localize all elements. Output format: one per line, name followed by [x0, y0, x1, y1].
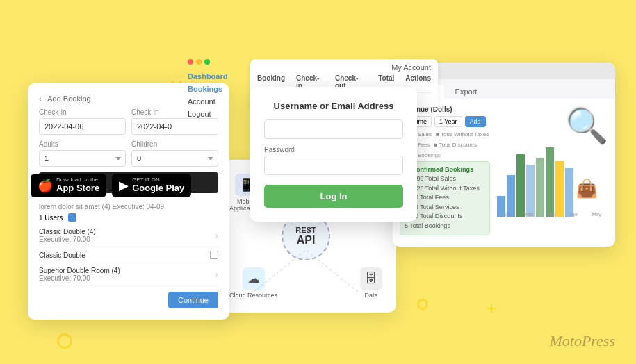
username-field	[264, 119, 403, 139]
cloud-label: Cloud Resources	[229, 292, 277, 299]
tab-export[interactable]: Export	[448, 85, 484, 99]
room-item: Superior Double Room (4) Executive: 70.0…	[39, 263, 218, 286]
motopress-logo: MotoPress	[549, 332, 615, 350]
data-label: Data	[364, 292, 377, 299]
appstore-badge[interactable]: 🍎 Download on the App Store	[31, 174, 106, 197]
deco-circle-2	[57, 333, 72, 349]
nav-menu: Dashboard Bookings Account Logout	[188, 59, 257, 120]
checkin-group: Check-in	[39, 108, 126, 135]
continue-button[interactable]: Continue	[168, 292, 218, 308]
reports-body: Revenue (Dolls) All Time 1 Year Add ■ To…	[393, 99, 615, 247]
adults-select[interactable]: 123	[39, 150, 126, 167]
room-item: Classic Double (4) Executive: 70.00 ›	[39, 224, 218, 247]
filter-year[interactable]: 1 Year	[434, 116, 462, 127]
nav-item-bookings[interactable]: Bookings	[188, 83, 257, 95]
password-label: Password	[264, 146, 403, 154]
stat-bookings: 5 Total Bookings	[405, 222, 485, 231]
svg-rect-10	[555, 161, 564, 217]
children-label: Children	[131, 140, 218, 148]
password-field: Password	[264, 146, 403, 175]
svg-rect-8	[536, 158, 544, 217]
cloud-icon: ☁	[243, 267, 265, 290]
checkout-input[interactable]	[131, 118, 218, 135]
appstore-main-label: App Store	[56, 183, 99, 194]
room-dots: ›	[215, 230, 218, 241]
username-input[interactable]	[264, 119, 403, 139]
deco-plus-2: +	[487, 299, 496, 318]
adults-label: Adults	[39, 140, 126, 148]
dot-yellow	[196, 59, 202, 65]
chart-x-labels: JanFebMarAprMay	[496, 212, 608, 217]
checkbox-item	[68, 213, 76, 222]
login-button[interactable]: Log In	[264, 185, 403, 208]
svg-rect-11	[565, 168, 573, 217]
my-account-label: My Account	[391, 63, 431, 72]
googleplay-badge[interactable]: ▶ GET IT ON Google Play	[112, 174, 191, 197]
password-input[interactable]	[264, 156, 403, 175]
login-widget: Username or Email Address Password Log I…	[250, 87, 417, 222]
login-title: Username or Email Address	[264, 101, 403, 111]
children-select[interactable]: 012	[131, 150, 218, 167]
checkbox-item-2	[210, 251, 218, 259]
reports-chart: 🔍 👜 JanFebMarAprMay	[496, 106, 608, 217]
adults-group: Adults 123	[39, 140, 126, 167]
room-item: Classic Double	[39, 247, 218, 263]
lorem-text: lorem dolor sit amet (4) Executive: 04-0…	[39, 203, 218, 210]
checkin-input[interactable]	[39, 118, 126, 135]
room-list: lorem dolor sit amet (4) Executive: 04-0…	[39, 203, 218, 286]
api-label: API	[297, 234, 316, 247]
dot-red	[188, 59, 193, 65]
app-badges: 🍎 Download on the App Store ▶ GET IT ON …	[31, 174, 191, 197]
magnifier-icon: 🔍	[565, 106, 608, 146]
room-dots-2: ›	[215, 269, 218, 280]
nav-item-dashboard[interactable]: Dashboard	[188, 70, 257, 83]
googleplay-pre-label: GET IT ON	[132, 177, 184, 183]
apple-icon: 🍎	[38, 178, 53, 193]
googleplay-main-label: Google Play	[132, 183, 184, 194]
checkin-label: Check-in	[39, 108, 126, 116]
user-count: 1 Users	[39, 214, 63, 222]
data-icon: 🗄	[360, 267, 382, 290]
filter-add[interactable]: Add	[465, 116, 486, 127]
svg-rect-7	[526, 165, 535, 217]
svg-rect-6	[516, 154, 525, 217]
svg-rect-5	[507, 175, 515, 217]
deco-circle-1	[417, 299, 428, 310]
children-group: Children 012	[131, 140, 218, 167]
rest-label: REST	[295, 226, 316, 234]
nav-item-account[interactable]: Account	[188, 95, 257, 108]
appstore-pre-label: Download on the	[56, 177, 99, 183]
booking-widget-title: Add Booking	[47, 94, 90, 103]
svg-rect-9	[546, 147, 554, 217]
dot-green	[204, 59, 210, 65]
nav-item-logout[interactable]: Logout	[188, 108, 257, 120]
play-icon: ▶	[119, 178, 129, 193]
